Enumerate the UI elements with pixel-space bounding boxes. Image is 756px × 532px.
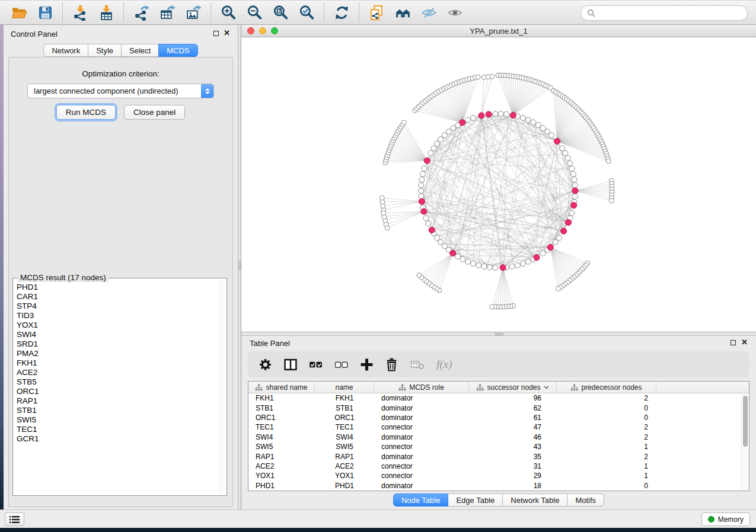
- table-cell[interactable]: YOX1: [315, 472, 374, 480]
- table-row[interactable]: FKH1FKH1dominator962: [248, 393, 749, 403]
- mcds-result-item[interactable]: RAP1: [17, 396, 217, 406]
- duplicate-network-button[interactable]: [363, 1, 390, 24]
- network-node[interactable]: [572, 177, 577, 182]
- table-cell[interactable]: 1: [557, 472, 656, 480]
- network-node[interactable]: [422, 166, 427, 171]
- network-hub-node[interactable]: [510, 113, 516, 118]
- network-node[interactable]: [560, 146, 565, 151]
- network-node[interactable]: [493, 111, 498, 117]
- network-leaf-node[interactable]: [379, 196, 384, 200]
- column-settings-button[interactable]: [259, 358, 272, 371]
- mcds-result-item[interactable]: SWI5: [17, 415, 217, 425]
- mcds-result-item[interactable]: SWI4: [17, 330, 217, 339]
- hide-selected-button[interactable]: [416, 1, 442, 24]
- tab-network[interactable]: Network: [43, 44, 88, 57]
- table-cell[interactable]: SWI4: [315, 433, 374, 441]
- network-canvas[interactable]: [241, 37, 756, 332]
- network-hub-node[interactable]: [429, 227, 435, 233]
- mcds-result-scrollbar[interactable]: [219, 280, 225, 494]
- zoom-fit-button[interactable]: [267, 1, 294, 24]
- table-cell[interactable]: 43: [469, 443, 557, 451]
- network-node[interactable]: [465, 259, 471, 264]
- table-cell[interactable]: 2: [557, 423, 656, 431]
- float-table-panel-button[interactable]: [731, 340, 736, 345]
- memory-button[interactable]: Memory: [701, 512, 750, 526]
- zoom-window-button[interactable]: [271, 27, 278, 34]
- table-cell[interactable]: dominator: [374, 404, 469, 412]
- search-input[interactable]: [599, 9, 747, 18]
- network-hub-node[interactable]: [571, 203, 577, 209]
- network-node[interactable]: [570, 171, 576, 177]
- table-row[interactable]: PHD1PHD1dominator180: [248, 481, 749, 491]
- split-table-button[interactable]: [283, 358, 298, 371]
- network-node[interactable]: [438, 137, 444, 142]
- table-row[interactable]: ACE2ACE2connector311: [248, 462, 749, 471]
- network-leaf-node[interactable]: [606, 159, 611, 164]
- table-cell[interactable]: 47: [469, 423, 557, 431]
- table-cell[interactable]: STB1: [315, 404, 374, 412]
- network-hub-node[interactable]: [479, 113, 484, 118]
- delete-column-button[interactable]: [385, 358, 398, 371]
- network-node[interactable]: [419, 188, 424, 194]
- close-table-panel-button[interactable]: ✕: [741, 339, 748, 345]
- mcds-result-item[interactable]: SRD1: [17, 339, 217, 349]
- column-header-predecessor-nodes[interactable]: predecessor nodes: [557, 382, 656, 393]
- table-row[interactable]: TEC1TEC1connector472: [248, 422, 749, 432]
- open-session-button[interactable]: [6, 1, 32, 24]
- table-cell[interactable]: connector: [374, 472, 469, 480]
- table-cell[interactable]: PHD1: [315, 482, 374, 490]
- save-session-button[interactable]: [32, 1, 58, 24]
- network-node[interactable]: [435, 235, 440, 241]
- float-panel-button[interactable]: [213, 31, 219, 36]
- table-cell[interactable]: 18: [469, 482, 557, 490]
- table-cell[interactable]: 62: [469, 404, 557, 412]
- tab-node-table[interactable]: Node Table: [393, 493, 449, 507]
- add-column-button[interactable]: [360, 358, 374, 371]
- network-node[interactable]: [471, 261, 476, 267]
- close-panel-button-mcds[interactable]: Close panel: [124, 105, 185, 120]
- show-all-button[interactable]: [442, 1, 468, 24]
- network-hub-node[interactable]: [534, 255, 540, 261]
- table-cell[interactable]: 0: [557, 404, 656, 412]
- network-hub-node[interactable]: [554, 138, 560, 144]
- network-node[interactable]: [509, 264, 515, 269]
- network-node[interactable]: [525, 259, 531, 264]
- mcds-result-item[interactable]: STB5: [17, 377, 217, 387]
- network-hub-node[interactable]: [561, 228, 567, 234]
- column-header-successor-nodes[interactable]: successor nodes: [469, 382, 557, 393]
- network-node[interactable]: [460, 257, 465, 262]
- mcds-result-item[interactable]: PHD1: [17, 283, 217, 292]
- zoom-selected-button[interactable]: [294, 1, 320, 24]
- table-cell[interactable]: 35: [469, 453, 557, 461]
- table-cell[interactable]: 0: [557, 414, 656, 422]
- mcds-result-item[interactable]: CAR1: [17, 292, 217, 302]
- table-cell[interactable]: dominator: [374, 394, 469, 402]
- network-leaf-node[interactable]: [401, 120, 406, 125]
- network-hub-node[interactable]: [419, 198, 425, 204]
- table-row[interactable]: SWI5SWI5connector431: [248, 442, 749, 451]
- network-leaf-node[interactable]: [417, 273, 422, 278]
- network-node[interactable]: [446, 129, 451, 134]
- table-cell[interactable]: FKH1: [248, 394, 315, 402]
- table-cell[interactable]: TEC1: [315, 423, 374, 431]
- mcds-result-item[interactable]: STB1: [17, 406, 217, 415]
- network-leaf-node[interactable]: [609, 198, 614, 203]
- network-leaf-node[interactable]: [476, 75, 480, 79]
- table-cell[interactable]: 46: [469, 433, 557, 441]
- table-cell[interactable]: ACE2: [248, 462, 315, 470]
- import-network-button[interactable]: [67, 1, 93, 24]
- network-leaf-node[interactable]: [490, 305, 495, 309]
- network-leaf-node[interactable]: [556, 286, 560, 291]
- mcds-result-item[interactable]: FKH1: [17, 358, 217, 368]
- run-mcds-button[interactable]: Run MCDS: [56, 105, 116, 120]
- table-cell[interactable]: 2: [557, 394, 656, 402]
- network-hub-node[interactable]: [486, 111, 492, 117]
- network-node[interactable]: [423, 216, 429, 221]
- network-leaf-node[interactable]: [490, 74, 495, 79]
- table-cell[interactable]: dominator: [374, 453, 469, 461]
- network-node[interactable]: [498, 111, 503, 117]
- table-cell[interactable]: PHD1: [248, 482, 315, 490]
- table-cell[interactable]: TEC1: [248, 423, 315, 431]
- mcds-result-item[interactable]: TID3: [17, 311, 217, 321]
- network-hub-node[interactable]: [547, 244, 553, 250]
